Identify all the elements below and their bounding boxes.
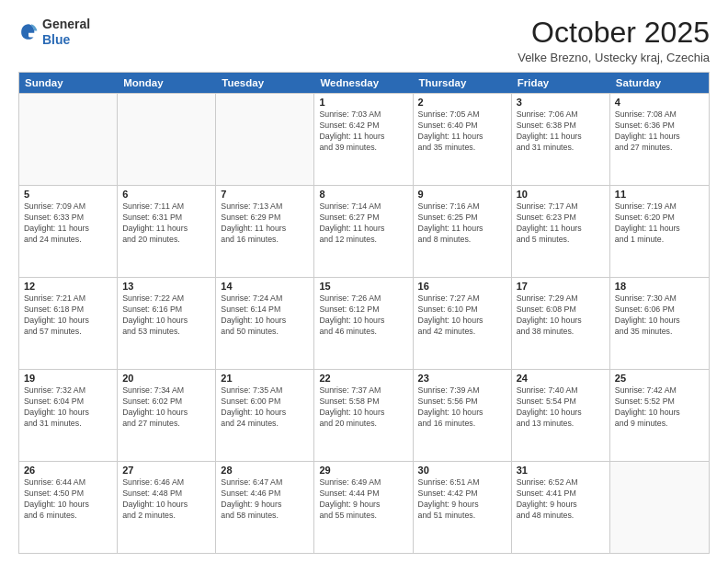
- day-number: 20: [122, 373, 210, 384]
- calendar-cell: 7Sunrise: 7:13 AM Sunset: 6:29 PM Daylig…: [216, 186, 314, 277]
- day-number: 17: [517, 281, 605, 292]
- weekday-header: Tuesday: [216, 73, 314, 93]
- calendar-row: 1Sunrise: 7:03 AM Sunset: 6:42 PM Daylig…: [19, 93, 709, 185]
- calendar-cell: 8Sunrise: 7:14 AM Sunset: 6:27 PM Daylig…: [314, 186, 413, 277]
- day-info: Sunrise: 7:26 AM Sunset: 6:12 PM Dayligh…: [319, 293, 407, 338]
- day-number: 3: [517, 97, 605, 108]
- location: Velke Brezno, Ustecky kraj, Czechia: [518, 51, 710, 64]
- calendar-cell: 18Sunrise: 7:30 AM Sunset: 6:06 PM Dayli…: [610, 278, 709, 369]
- calendar-cell: 25Sunrise: 7:42 AM Sunset: 5:52 PM Dayli…: [610, 370, 709, 461]
- day-info: Sunrise: 7:03 AM Sunset: 6:42 PM Dayligh…: [319, 109, 407, 154]
- calendar-cell: [19, 94, 118, 185]
- day-info: Sunrise: 7:34 AM Sunset: 6:02 PM Dayligh…: [122, 385, 210, 430]
- day-number: 11: [615, 189, 704, 200]
- day-info: Sunrise: 7:24 AM Sunset: 6:14 PM Dayligh…: [221, 293, 309, 338]
- calendar-cell: 27Sunrise: 6:46 AM Sunset: 4:48 PM Dayli…: [118, 462, 216, 553]
- calendar-cell: [610, 462, 709, 553]
- calendar-body: 1Sunrise: 7:03 AM Sunset: 6:42 PM Daylig…: [19, 93, 709, 553]
- day-number: 26: [24, 465, 112, 476]
- calendar-cell: 2Sunrise: 7:05 AM Sunset: 6:40 PM Daylig…: [414, 94, 512, 185]
- day-number: 30: [418, 465, 506, 476]
- day-number: 28: [221, 465, 309, 476]
- day-info: Sunrise: 6:44 AM Sunset: 4:50 PM Dayligh…: [24, 477, 112, 522]
- calendar-cell: 5Sunrise: 7:09 AM Sunset: 6:33 PM Daylig…: [19, 186, 118, 277]
- weekday-header: Sunday: [19, 73, 118, 93]
- day-info: Sunrise: 7:30 AM Sunset: 6:06 PM Dayligh…: [615, 293, 704, 338]
- day-info: Sunrise: 7:06 AM Sunset: 6:38 PM Dayligh…: [517, 109, 605, 154]
- calendar-cell: 14Sunrise: 7:24 AM Sunset: 6:14 PM Dayli…: [216, 278, 314, 369]
- day-number: 22: [319, 373, 407, 384]
- day-info: Sunrise: 7:21 AM Sunset: 6:18 PM Dayligh…: [24, 293, 112, 338]
- calendar-cell: 11Sunrise: 7:19 AM Sunset: 6:20 PM Dayli…: [610, 186, 709, 277]
- day-info: Sunrise: 7:08 AM Sunset: 6:36 PM Dayligh…: [615, 109, 704, 154]
- calendar-cell: 30Sunrise: 6:51 AM Sunset: 4:42 PM Dayli…: [414, 462, 512, 553]
- calendar-cell: [216, 94, 314, 185]
- weekday-header: Monday: [118, 73, 216, 93]
- calendar-cell: 28Sunrise: 6:47 AM Sunset: 4:46 PM Dayli…: [216, 462, 314, 553]
- calendar-cell: 13Sunrise: 7:22 AM Sunset: 6:16 PM Dayli…: [118, 278, 216, 369]
- calendar-cell: 19Sunrise: 7:32 AM Sunset: 6:04 PM Dayli…: [19, 370, 118, 461]
- calendar-cell: 10Sunrise: 7:17 AM Sunset: 6:23 PM Dayli…: [512, 186, 610, 277]
- calendar-cell: 15Sunrise: 7:26 AM Sunset: 6:12 PM Dayli…: [314, 278, 413, 369]
- day-info: Sunrise: 7:35 AM Sunset: 6:00 PM Dayligh…: [221, 385, 309, 430]
- logo-text: General Blue: [42, 17, 90, 48]
- day-number: 29: [319, 465, 407, 476]
- calendar-cell: 23Sunrise: 7:39 AM Sunset: 5:56 PM Dayli…: [414, 370, 512, 461]
- day-number: 15: [319, 281, 407, 292]
- day-number: 27: [122, 465, 210, 476]
- day-number: 21: [221, 373, 309, 384]
- weekday-header: Wednesday: [314, 73, 413, 93]
- day-number: 31: [517, 465, 605, 476]
- day-number: 25: [615, 373, 704, 384]
- day-info: Sunrise: 7:22 AM Sunset: 6:16 PM Dayligh…: [122, 293, 210, 338]
- calendar-cell: 16Sunrise: 7:27 AM Sunset: 6:10 PM Dayli…: [414, 278, 512, 369]
- day-info: Sunrise: 7:29 AM Sunset: 6:08 PM Dayligh…: [517, 293, 605, 338]
- logo-icon: [18, 22, 39, 42]
- title-section: October 2025 Velke Brezno, Ustecky kraj,…: [518, 17, 710, 64]
- calendar-cell: 12Sunrise: 7:21 AM Sunset: 6:18 PM Dayli…: [19, 278, 118, 369]
- calendar-cell: 9Sunrise: 7:16 AM Sunset: 6:25 PM Daylig…: [414, 186, 512, 277]
- calendar-cell: 17Sunrise: 7:29 AM Sunset: 6:08 PM Dayli…: [512, 278, 610, 369]
- day-number: 7: [221, 189, 309, 200]
- day-number: 4: [615, 97, 704, 108]
- calendar: SundayMondayTuesdayWednesdayThursdayFrid…: [18, 72, 710, 554]
- day-number: 5: [24, 189, 112, 200]
- day-number: 2: [418, 97, 506, 108]
- calendar-cell: [118, 94, 216, 185]
- calendar-row: 26Sunrise: 6:44 AM Sunset: 4:50 PM Dayli…: [19, 461, 709, 553]
- day-number: 9: [418, 189, 506, 200]
- logo: General Blue: [18, 17, 90, 48]
- calendar-cell: 31Sunrise: 6:52 AM Sunset: 4:41 PM Dayli…: [512, 462, 610, 553]
- day-info: Sunrise: 7:32 AM Sunset: 6:04 PM Dayligh…: [24, 385, 112, 430]
- day-number: 14: [221, 281, 309, 292]
- day-info: Sunrise: 7:42 AM Sunset: 5:52 PM Dayligh…: [615, 385, 704, 430]
- calendar-row: 12Sunrise: 7:21 AM Sunset: 6:18 PM Dayli…: [19, 277, 709, 369]
- weekday-header: Thursday: [414, 73, 512, 93]
- calendar-cell: 3Sunrise: 7:06 AM Sunset: 6:38 PM Daylig…: [512, 94, 610, 185]
- weekday-header: Friday: [512, 73, 610, 93]
- day-number: 1: [319, 97, 407, 108]
- calendar-row: 5Sunrise: 7:09 AM Sunset: 6:33 PM Daylig…: [19, 185, 709, 277]
- calendar-cell: 22Sunrise: 7:37 AM Sunset: 5:58 PM Dayli…: [314, 370, 413, 461]
- day-number: 19: [24, 373, 112, 384]
- calendar-cell: 4Sunrise: 7:08 AM Sunset: 6:36 PM Daylig…: [610, 94, 709, 185]
- day-number: 16: [418, 281, 506, 292]
- calendar-cell: 24Sunrise: 7:40 AM Sunset: 5:54 PM Dayli…: [512, 370, 610, 461]
- calendar-header: SundayMondayTuesdayWednesdayThursdayFrid…: [19, 73, 709, 93]
- day-number: 8: [319, 189, 407, 200]
- day-number: 24: [517, 373, 605, 384]
- day-number: 12: [24, 281, 112, 292]
- day-number: 10: [517, 189, 605, 200]
- day-info: Sunrise: 7:19 AM Sunset: 6:20 PM Dayligh…: [615, 201, 704, 246]
- day-number: 18: [615, 281, 704, 292]
- month-title: October 2025: [518, 17, 710, 49]
- calendar-cell: 29Sunrise: 6:49 AM Sunset: 4:44 PM Dayli…: [314, 462, 413, 553]
- day-number: 6: [122, 189, 210, 200]
- calendar-cell: 26Sunrise: 6:44 AM Sunset: 4:50 PM Dayli…: [19, 462, 118, 553]
- day-info: Sunrise: 7:09 AM Sunset: 6:33 PM Dayligh…: [24, 201, 112, 246]
- day-info: Sunrise: 7:27 AM Sunset: 6:10 PM Dayligh…: [418, 293, 506, 338]
- day-info: Sunrise: 6:49 AM Sunset: 4:44 PM Dayligh…: [319, 477, 407, 522]
- header: General Blue October 2025 Velke Brezno, …: [18, 17, 710, 64]
- day-info: Sunrise: 6:52 AM Sunset: 4:41 PM Dayligh…: [517, 477, 605, 522]
- calendar-row: 19Sunrise: 7:32 AM Sunset: 6:04 PM Dayli…: [19, 369, 709, 461]
